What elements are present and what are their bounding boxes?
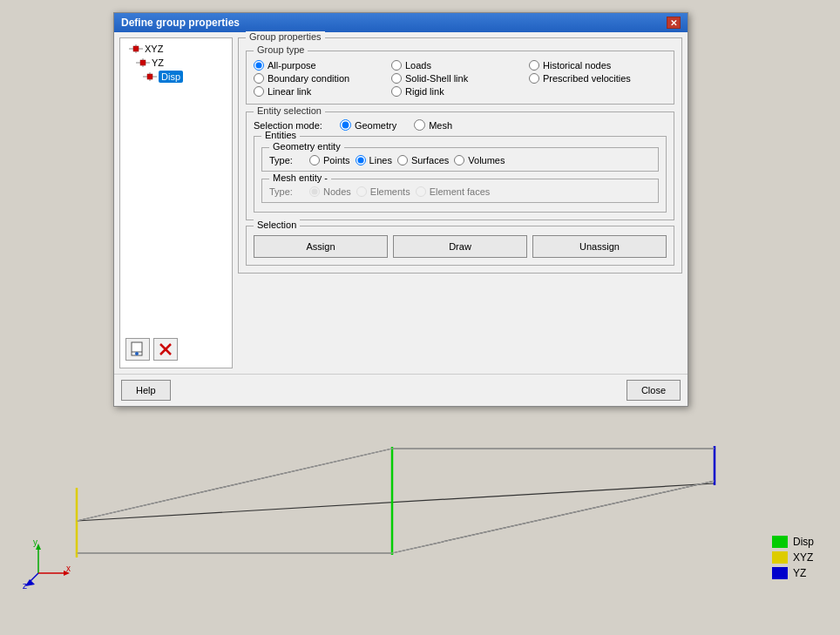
radio-elements: Elements [356, 186, 410, 197]
radio-points-input[interactable] [309, 155, 320, 166]
svg-rect-13 [133, 46, 139, 51]
tree-label-disp: Disp [159, 71, 183, 83]
radio-element-faces: Element faces [416, 186, 491, 197]
svg-text:y: y [33, 538, 37, 547]
legend-label-disp: Disp [793, 536, 814, 548]
radio-surfaces[interactable]: Surfaces [397, 155, 449, 166]
geometry-entity-box: Geometry entity Type: Points Lines [261, 147, 659, 172]
radio-elements-input [356, 186, 367, 197]
entity-selection-title: Entity selection [254, 105, 325, 116]
tree-item[interactable]: YZ [134, 56, 228, 70]
radio-mesh-input[interactable] [414, 119, 425, 131]
selection-mode-row: Selection mode: Geometry Mesh [254, 119, 667, 131]
group-type-title: Group type [254, 44, 308, 55]
radio-loads-input[interactable] [391, 60, 402, 71]
radio-prescribed-velocities[interactable]: Prescribed velocities [529, 73, 667, 84]
radio-prescribed-velocities-input[interactable] [529, 73, 539, 84]
radio-boundary-condition-input[interactable] [254, 73, 264, 84]
entities-title: Entities [261, 130, 300, 140]
radio-linear-link-input[interactable] [254, 86, 264, 97]
svg-text:x: x [66, 564, 71, 573]
selection-group-title: Selection [254, 220, 300, 230]
radio-volumes-input[interactable] [454, 155, 464, 166]
tree-node-icon [127, 43, 145, 55]
unassign-button[interactable]: Unassign [532, 235, 667, 258]
radio-geometry-input[interactable] [340, 119, 351, 131]
group-properties-title: Group properties [246, 31, 325, 42]
radio-points[interactable]: Points [309, 155, 350, 166]
help-button[interactable]: Help [121, 380, 171, 401]
geometry-entity-title: Geometry entity [269, 141, 344, 152]
radio-all-purpose-input[interactable] [254, 60, 264, 71]
radio-loads[interactable]: Loads [391, 60, 529, 71]
tree-label-xyz: XYZ [145, 44, 163, 54]
radio-boundary-condition[interactable]: Boundary condition [254, 73, 391, 84]
radio-lines[interactable]: Lines [356, 155, 392, 166]
selection-mode-label: Selection mode: [254, 120, 322, 131]
radio-all-purpose[interactable]: All-purpose [254, 60, 391, 71]
legend-color-disp [772, 536, 788, 548]
tree-item[interactable]: Disp [141, 70, 228, 84]
svg-rect-19 [147, 74, 152, 79]
tree-item[interactable]: XYZ [127, 42, 228, 56]
delete-group-button[interactable] [153, 338, 178, 361]
legend: Disp XYZ YZ [772, 536, 814, 583]
entities-group: Entities Geometry entity Type: Points [254, 136, 667, 213]
mesh-type-label: Type: [269, 186, 304, 197]
radio-solid-shell-link[interactable]: Solid-Shell link [391, 73, 529, 84]
legend-item-disp: Disp [772, 536, 814, 548]
svg-point-22 [135, 352, 139, 355]
dialog-titlebar: Define group properties ✕ [114, 13, 688, 32]
action-buttons: Assign Draw Unassign [254, 235, 667, 258]
radio-rigid-link-input[interactable] [391, 86, 402, 97]
geometry-type-row: Type: Points Lines [269, 155, 651, 166]
group-type-grid: All-purpose Loads Historical nodes [254, 60, 667, 97]
assign-button[interactable]: Assign [254, 235, 388, 258]
radio-nodes: Nodes [309, 186, 351, 197]
radio-volumes[interactable]: Volumes [454, 155, 505, 166]
left-bottom-buttons [125, 338, 178, 361]
draw-button[interactable]: Draw [393, 235, 527, 258]
svg-rect-16 [140, 60, 146, 65]
radio-mesh[interactable]: Mesh [414, 119, 452, 131]
radio-historical-nodes[interactable]: Historical nodes [529, 60, 667, 71]
dialog-body: XYZ YZ Disp [114, 32, 688, 374]
tree-node-icon [141, 71, 159, 83]
dialog-footer: Help Close [114, 374, 688, 406]
radio-historical-nodes-input[interactable] [529, 60, 539, 71]
mesh-entity-title: Mesh entity - [269, 172, 331, 183]
svg-text:z: z [23, 581, 27, 591]
radio-lines-input[interactable] [356, 155, 366, 166]
legend-item-xyz: XYZ [772, 551, 814, 564]
tree-label-yz: YZ [152, 57, 164, 68]
close-button[interactable]: Close [627, 380, 681, 401]
new-group-button[interactable] [125, 338, 150, 361]
legend-label-yz: YZ [793, 567, 806, 579]
tree-panel: XYZ YZ Disp [119, 37, 233, 368]
legend-color-xyz [772, 551, 788, 564]
legend-label-xyz: XYZ [793, 551, 813, 564]
radio-solid-shell-link-input[interactable] [391, 73, 402, 84]
radio-rigid-link[interactable]: Rigid link [391, 86, 529, 97]
radio-geometry[interactable]: Geometry [340, 119, 396, 131]
axis-svg: y z x [21, 538, 73, 591]
radio-linear-link[interactable]: Linear link [254, 86, 391, 97]
dialog-title: Define group properties [121, 17, 240, 29]
dialog-close-button[interactable]: ✕ [667, 17, 681, 29]
delete-icon [158, 341, 173, 357]
svg-line-1 [77, 483, 715, 521]
radio-surfaces-input[interactable] [397, 155, 408, 166]
right-panel: Group properties Group type All-purpose … [238, 37, 682, 368]
group-properties-box: Group properties Group type All-purpose … [238, 37, 682, 274]
legend-color-yz [772, 567, 788, 579]
axis-indicator: y z x [21, 538, 73, 593]
geometry-type-label: Type: [269, 155, 304, 166]
selection-group: Selection Assign Draw Unassign [246, 226, 674, 266]
define-group-properties-dialog: Define group properties ✕ XYZ YZ [113, 12, 688, 407]
new-file-icon [130, 341, 146, 357]
tree-node-icon [134, 57, 152, 69]
radio-nodes-input [309, 186, 320, 197]
mesh-type-row: Type: Nodes Elements [269, 186, 651, 197]
mesh-entity-box: Mesh entity - Type: Nodes Elements [261, 179, 659, 203]
radio-element-faces-input [416, 186, 426, 197]
